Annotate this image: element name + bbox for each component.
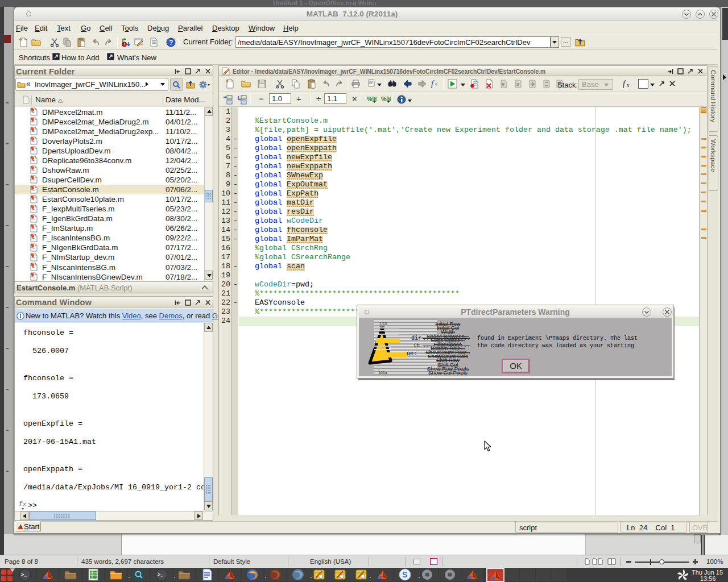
- svg-text:>_: >_: [21, 572, 27, 577]
- svg-text:>_: >_: [158, 572, 164, 577]
- svg-text:x: x: [435, 80, 437, 86]
- svg-text:?: ?: [169, 39, 173, 47]
- svg-text:f: f: [431, 80, 435, 88]
- svg-text:x: x: [626, 82, 630, 88]
- svg-text:f: f: [623, 80, 626, 88]
- svg-text:S: S: [402, 570, 407, 579]
